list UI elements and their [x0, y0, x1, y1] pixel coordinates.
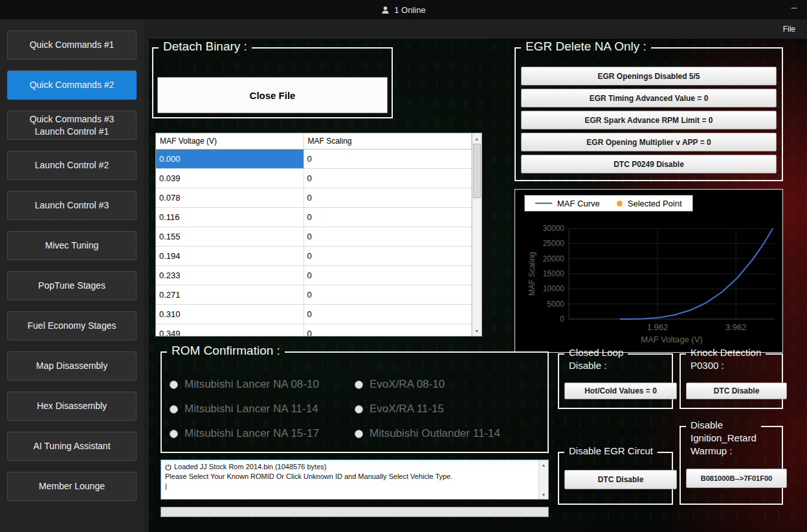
sidebar-item[interactable]: Quick Commands #2	[7, 71, 137, 100]
table-row: 0.1160	[156, 207, 471, 227]
rom-log[interactable]: Loaded JJ Stock Rom 2014.bin (1048576 by…	[160, 460, 549, 500]
table-cell[interactable]: 0	[304, 188, 471, 207]
sidebar-item[interactable]: Fuel Economy Stages	[7, 311, 137, 340]
egr-circuit-dtc-disable-button[interactable]: DTC Disable	[564, 470, 677, 489]
egr-button[interactable]: EGR Timing Advanced Value = 0	[521, 89, 777, 107]
table-row: 0.0780	[156, 188, 471, 207]
table-cell[interactable]: 0	[304, 304, 471, 324]
table-cell[interactable]: 0	[304, 324, 471, 337]
sidebar-item[interactable]: Launch Control #2	[7, 151, 137, 180]
table-cell[interactable]: 0	[304, 207, 471, 227]
log-line-1: Loaded JJ Stock Rom 2014.bin (1048576 by…	[174, 462, 326, 472]
online-count: 1 Online	[394, 5, 425, 15]
legend-selected-point: Selected Point	[617, 199, 682, 208]
table-cell[interactable]: 0	[304, 265, 471, 285]
table-cell[interactable]: 0.116	[156, 207, 304, 227]
svg-text:MAF Scaling: MAF Scaling	[527, 252, 536, 296]
radio-icon[interactable]	[170, 405, 178, 414]
ignition-retard-button[interactable]: B081000B-->7F01F00	[686, 469, 787, 488]
sidebar-item[interactable]: Launch Control #3	[7, 191, 137, 220]
table-cell[interactable]: 0	[304, 168, 471, 188]
rom-option[interactable]: Mitsubishi Lancer NA 11-14	[170, 403, 355, 416]
sidebar-item[interactable]: Mivec Tuning	[7, 231, 137, 260]
scroll-up-icon[interactable]: ▲	[539, 460, 548, 469]
table-cell[interactable]: 0.000	[156, 149, 304, 168]
sidebar-item[interactable]: PopTune Stages	[7, 271, 137, 300]
rom-option[interactable]: EvoX/RA 11-15	[355, 403, 544, 416]
rom-option[interactable]: Mitsubishi Lancer NA 15-17	[170, 427, 355, 440]
sidebar-item[interactable]: Member Lounge	[7, 472, 137, 501]
radio-icon[interactable]	[170, 381, 178, 389]
log-scrollbar[interactable]: ▲ ▼	[538, 460, 548, 499]
maf-chart-svg: 0500010000150002000025000300001.9623.962…	[515, 190, 784, 353]
scroll-down-icon[interactable]: ▼	[539, 490, 548, 499]
app-window: 1 Online – File Quick Commands #1Quick C…	[0, 0, 807, 532]
knock-dtc-disable-button[interactable]: DTC Disable	[686, 382, 787, 399]
table-cell[interactable]: 0	[304, 246, 471, 265]
radio-icon[interactable]	[355, 430, 363, 438]
minimize-button[interactable]: –	[791, 1, 797, 12]
table-header-row: MAF Voltage (V)MAF Scaling	[156, 133, 471, 149]
rom-confirmation-group: ROM Confirmation : Mitsubishi Lancer NA …	[160, 353, 549, 453]
table-cell[interactable]: 0.271	[156, 285, 304, 304]
svg-text:MAF Voltage (V): MAF Voltage (V)	[641, 335, 702, 344]
table-cell[interactable]: 0.155	[156, 227, 304, 246]
log-text: Loaded JJ Stock Rom 2014.bin (1048576 by…	[161, 460, 538, 499]
ignition-retard-group: Disable Ignition_Retard Warmup : B081000…	[680, 427, 783, 505]
svg-text:0: 0	[560, 315, 564, 324]
sidebar-item[interactable]: Map Disassembly	[7, 351, 137, 381]
rom-option[interactable]: Mitsubishi Outlander 11-14	[355, 427, 544, 440]
sidebar: Quick Commands #1Quick Commands #2Quick …	[0, 19, 144, 532]
table-row: 0.2710	[156, 285, 471, 304]
table-cell[interactable]: 0	[304, 285, 471, 304]
close-file-button[interactable]: Close File	[157, 77, 388, 113]
table-row: 0.0000	[156, 149, 471, 168]
sidebar-item[interactable]: AI Tuning Assistant	[7, 432, 137, 461]
rom-option-label: EvoX/RA 08-10	[370, 378, 445, 391]
table-row: 0.2330	[156, 265, 471, 285]
svg-text:20000: 20000	[543, 254, 565, 263]
radio-icon[interactable]	[355, 381, 363, 389]
egr-buttons: EGR Openings Disabled 5/5EGR Timing Adva…	[521, 67, 777, 177]
column-header[interactable]: MAF Scaling	[304, 133, 471, 149]
scrollbar-thumb[interactable]	[473, 144, 481, 198]
rom-option-label: Mitsubishi Lancer NA 08-10	[184, 378, 319, 391]
table-cell[interactable]: 0.233	[156, 265, 304, 285]
rom-options: Mitsubishi Lancer NA 08-10EvoX/RA 08-10M…	[170, 372, 544, 446]
chart-legend: MAF Curve Selected Point	[524, 195, 693, 212]
sidebar-item[interactable]: Quick Commands #1	[7, 30, 137, 60]
scroll-up-icon[interactable]: ▲	[472, 133, 482, 144]
hot-cold-values-button[interactable]: Hot/Cold Values = 0	[564, 382, 677, 399]
egr-button[interactable]: EGR Openings Disabled 5/5	[521, 67, 777, 85]
table-cell[interactable]: 0.349	[156, 324, 304, 337]
egr-button[interactable]: EGR Spark Advance RPM Limit = 0	[521, 111, 777, 129]
sidebar-item[interactable]: Quick Commands #3 Launch Control #1	[7, 111, 137, 140]
sidebar-item[interactable]: Hex Disassembly	[7, 392, 137, 421]
table-cell[interactable]: 0.194	[156, 246, 304, 265]
table-cell[interactable]: 0	[304, 149, 471, 168]
scroll-down-icon[interactable]: ▼	[472, 326, 482, 336]
file-menu[interactable]: File	[783, 25, 795, 34]
egr-delete-group: EGR Delete NA Only : EGR Openings Disabl…	[514, 49, 783, 181]
table-cell[interactable]: 0.078	[156, 188, 304, 207]
table-cell[interactable]: 0.039	[156, 168, 304, 188]
detach-binary-group: Detach Binary : Close File	[152, 49, 393, 118]
rom-option[interactable]: EvoX/RA 08-10	[355, 378, 544, 391]
maf-curve-line-swatch	[535, 203, 552, 204]
radio-icon[interactable]	[355, 405, 363, 414]
rom-option-label: Mitsubishi Outlander 11-14	[370, 427, 500, 440]
legend-maf-curve: MAF Curve	[535, 199, 600, 208]
rom-option-label: EvoX/RA 11-15	[370, 403, 444, 416]
table-cell[interactable]: 0.310	[156, 304, 304, 324]
rom-option[interactable]: Mitsubishi Lancer NA 08-10	[170, 378, 355, 391]
table-scrollbar[interactable]: ▲ ▼	[472, 133, 482, 336]
radio-icon[interactable]	[170, 430, 178, 438]
rom-option-label: Mitsubishi Lancer NA 11-14	[184, 403, 318, 416]
egr-button[interactable]: EGR Opening Multiplier v APP = 0	[521, 133, 777, 151]
table-row: 0.3100	[156, 304, 471, 324]
progress-bar	[160, 507, 549, 517]
column-header[interactable]: MAF Voltage (V)	[156, 133, 304, 149]
table-row: 0.3490	[156, 324, 471, 337]
table-cell[interactable]: 0	[304, 227, 471, 246]
egr-button[interactable]: DTC P0249 Disable	[521, 155, 777, 173]
